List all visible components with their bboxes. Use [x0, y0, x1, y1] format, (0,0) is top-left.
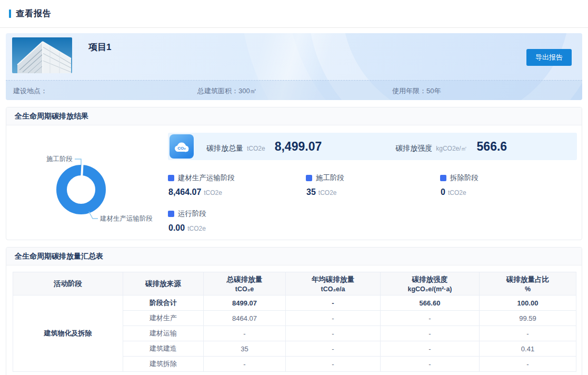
stage-legend: 建材生产运输阶段 8,464.07tCO2e 施工阶段 35tCO2e	[168, 173, 577, 233]
col-emission-source: 碳排放来源	[123, 272, 204, 295]
svg-text:CO₂: CO₂	[177, 146, 186, 151]
project-area-field: 总建筑面积：300㎡	[197, 86, 257, 96]
donut-label-construction: 施工阶段	[46, 155, 73, 163]
table-cell: 阶段合计	[123, 295, 204, 311]
legend-label: 建材生产运输阶段	[178, 173, 235, 183]
export-report-button[interactable]: 导出报告	[526, 49, 572, 66]
legend-label: 运行阶段	[178, 209, 206, 219]
legend-marker-icon	[306, 175, 312, 181]
table-cell: -	[480, 357, 576, 372]
table-cell: 建筑建造	[123, 341, 204, 357]
table-cell: -	[381, 311, 480, 326]
table-cell: -	[204, 357, 286, 372]
table-cell: 100.00	[480, 295, 576, 311]
table-cell: -	[286, 357, 381, 372]
legend-label: 施工阶段	[316, 173, 344, 183]
table-cell: 建筑拆除	[123, 357, 204, 372]
legend-marker-icon	[168, 211, 174, 217]
legend-item-operation: 运行阶段 0.00tCO2e	[168, 209, 306, 233]
total-emission-statbar: CO₂ 碳排放总量 tCO2e 8,499.07 碳排放强度 kgCO2e/㎡ …	[168, 133, 577, 160]
col-activity-stage: 活动阶段	[13, 272, 123, 295]
summary-section-title: 全生命周期碳排放量汇总表	[6, 248, 582, 265]
table-cell: -	[381, 357, 480, 372]
project-info-strip: 建设地点： 总建筑面积：300㎡ 使用年限：50年	[6, 80, 582, 100]
table-cell: 0.41	[480, 341, 576, 357]
table-cell: 8464.07	[204, 311, 286, 326]
project-thumbnail	[12, 37, 72, 73]
emission-intensity-unit: kgCO2e/㎡	[436, 144, 467, 153]
legend-value: 0	[441, 188, 445, 196]
table-cell: 35	[204, 341, 286, 357]
table-header-row: 活动阶段 碳排放来源 总碳排放量tCO₂e 年均碳排放量tCO₂e/a 碳排放强…	[13, 272, 576, 295]
table-cell: 566.60	[381, 295, 480, 311]
table-cell: 99.59	[480, 311, 576, 326]
legend-item-demolition: 拆除阶段 0tCO2e	[440, 173, 577, 197]
table-cell: -	[381, 326, 480, 341]
table-cell: -	[480, 326, 576, 341]
co2-cloud-icon: CO₂	[170, 134, 194, 159]
table-row: 建筑物化及拆除 阶段合计 8499.07 - 566.60 100.00	[13, 295, 576, 311]
total-emission-stat: 碳排放总量 tCO2e 8,499.07	[206, 140, 322, 154]
legend-unit: tCO2e	[448, 189, 466, 196]
legend-value: 35	[306, 188, 316, 196]
lifespan-label: 使用年限：	[392, 87, 426, 95]
table-cell: 8499.07	[204, 295, 286, 311]
project-banner: 项目1 导出报告 建设地点： 总建筑面积：300㎡ 使用年限：50年	[6, 33, 582, 100]
total-emission-value: 8,499.07	[275, 140, 322, 154]
donut-chart: 施工阶段 建材生产运输阶段	[13, 133, 168, 240]
legend-item-materials: 建材生产运输阶段 8,464.07tCO2e	[168, 173, 306, 197]
activity-stage-group-cell: 建筑物化及拆除	[13, 295, 123, 372]
page-header: 查看报告	[0, 0, 588, 28]
project-lifespan-field: 使用年限：50年	[392, 86, 441, 96]
lifecycle-section-title: 全生命周期碳排放结果	[6, 107, 582, 125]
table-cell: -	[204, 326, 286, 341]
table-cell: -	[286, 341, 381, 357]
col-total-emission: 总碳排放量tCO₂e	[204, 272, 286, 295]
project-name: 项目1	[88, 41, 111, 53]
col-emission-intensity: 碳排放强度kgCO₂e/(m²·a)	[381, 272, 480, 295]
title-accent-bar	[9, 9, 11, 18]
location-label: 建设地点：	[13, 87, 47, 95]
emission-intensity-label: 碳排放强度	[395, 144, 432, 153]
table-cell: -	[286, 295, 381, 311]
table-cell: 建材生产	[123, 311, 204, 326]
legend-item-construction: 施工阶段 35tCO2e	[306, 173, 440, 197]
lifecycle-result-card: 全生命周期碳排放结果 施工阶段 建材生产运输阶段	[6, 107, 582, 240]
area-value: 300㎡	[238, 87, 257, 95]
legend-marker-icon	[168, 175, 174, 181]
summary-table: 活动阶段 碳排放来源 总碳排放量tCO₂e 年均碳排放量tCO₂e/a 碳排放强…	[13, 272, 576, 372]
legend-label: 拆除阶段	[450, 173, 479, 183]
legend-unit: tCO2e	[187, 225, 206, 232]
table-cell: 建材运输	[123, 326, 204, 341]
page-title: 查看报告	[16, 8, 52, 19]
lifespan-value: 50年	[426, 87, 441, 95]
legend-unit: tCO2e	[318, 189, 337, 196]
emission-intensity-value: 566.6	[477, 140, 507, 154]
emission-intensity-stat: 碳排放强度 kgCO2e/㎡ 566.6	[395, 140, 507, 154]
total-emission-unit: tCO2e	[247, 145, 265, 152]
summary-table-card: 全生命周期碳排放量汇总表 活动阶段 碳排放来源 总碳排放量tCO₂e 年均碳排放…	[6, 247, 582, 375]
legend-value: 0.00	[168, 223, 185, 232]
donut-leader-line-top	[75, 159, 81, 165]
project-location-field: 建设地点：	[13, 86, 47, 96]
donut-leader-line-bottom	[89, 212, 98, 219]
legend-marker-icon	[440, 175, 446, 181]
table-cell: -	[286, 326, 381, 341]
table-cell: -	[286, 311, 381, 326]
col-emission-share: 碳排放量占比%	[480, 272, 576, 295]
legend-unit: tCO2e	[204, 189, 222, 196]
total-emission-label: 碳排放总量	[206, 144, 243, 153]
donut-label-materials: 建材生产运输阶段	[99, 215, 153, 222]
building-image	[12, 37, 72, 73]
legend-value: 8,464.07	[168, 188, 201, 196]
col-annual-emission: 年均碳排放量tCO₂e/a	[286, 272, 381, 295]
area-label: 总建筑面积：	[197, 87, 238, 95]
table-cell: -	[381, 341, 480, 357]
